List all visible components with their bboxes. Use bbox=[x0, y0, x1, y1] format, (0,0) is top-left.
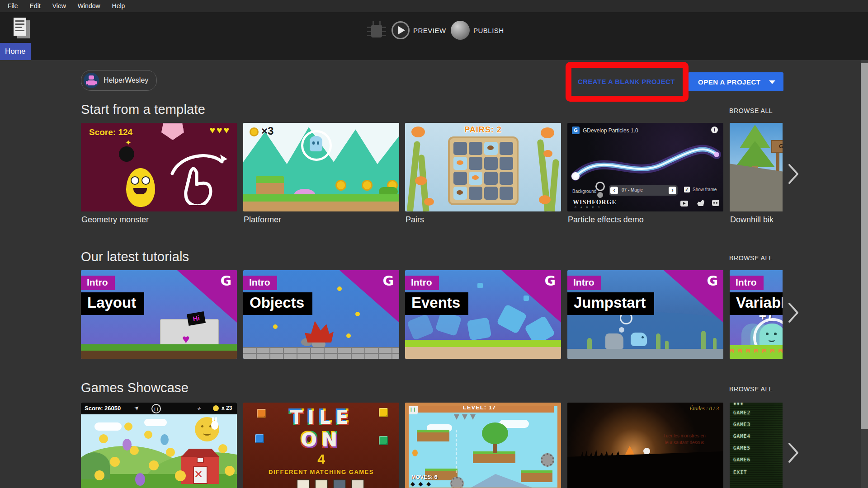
easter-egg bbox=[160, 434, 169, 445]
twitter-icon[interactable] bbox=[697, 200, 704, 206]
tile bbox=[255, 434, 264, 443]
selector-value: 07 - Magic bbox=[622, 188, 643, 192]
prev-arrow-icon[interactable]: ‹ bbox=[610, 187, 618, 194]
fish bbox=[411, 127, 425, 137]
particle-swirl bbox=[567, 136, 723, 186]
thumbnail: ×3 bbox=[243, 123, 399, 211]
dirt-strip bbox=[405, 347, 561, 359]
thumbnail: Score: 26050 ➤ ❙❙ ♪ x 23 ✕ bbox=[81, 403, 237, 488]
bubble bbox=[619, 327, 624, 333]
bug-leg bbox=[382, 31, 386, 32]
show-frame-checkbox[interactable]: ✓ bbox=[684, 187, 690, 192]
bug-leg bbox=[367, 31, 371, 32]
debug-icon[interactable] bbox=[367, 20, 386, 41]
grass-strip bbox=[243, 194, 399, 202]
fish bbox=[415, 176, 427, 185]
tutorial-word: Layout bbox=[81, 292, 144, 315]
thumbnail: Score: 124 ♥♥♥ ✦ bbox=[81, 123, 237, 211]
discord-icon[interactable] bbox=[712, 200, 719, 206]
cloud bbox=[144, 419, 167, 426]
youtube-icon[interactable] bbox=[680, 201, 688, 206]
page-line bbox=[15, 30, 24, 31]
create-blank-project-button[interactable]: CREATE A BLANK PROJECT bbox=[578, 75, 675, 88]
publish-button[interactable]: PUBLISH bbox=[451, 21, 504, 40]
hanging-spikes bbox=[454, 414, 476, 420]
browse-all-showcase[interactable]: BROWSE ALL bbox=[729, 385, 773, 393]
tutorial-word: Objects bbox=[243, 292, 312, 315]
hearts: ♥♥♥ bbox=[210, 125, 231, 136]
menu-window[interactable]: Window bbox=[72, 0, 106, 12]
chick bbox=[94, 470, 104, 480]
thumbnail: G Intro Objects bbox=[243, 270, 399, 359]
robot bbox=[496, 304, 527, 334]
carousel-next-showcase[interactable] bbox=[788, 442, 799, 464]
pentagon-shape bbox=[161, 123, 184, 140]
browse-all-tutorials[interactable]: BROWSE ALL bbox=[729, 254, 773, 262]
dirt-strip bbox=[243, 202, 399, 211]
spike-wheel bbox=[450, 477, 464, 488]
intro-badge: Intro bbox=[730, 276, 764, 290]
avatar bbox=[84, 73, 99, 88]
fish-character bbox=[631, 333, 647, 346]
carousel-next-tutorials[interactable] bbox=[788, 302, 799, 324]
chick bbox=[110, 457, 120, 467]
bug-antenna bbox=[373, 21, 374, 25]
gdevelop-logo: G bbox=[382, 273, 394, 289]
effect-selector[interactable]: ‹ 07 - Magic › bbox=[609, 185, 678, 196]
chick bbox=[99, 434, 108, 443]
bug-leg bbox=[367, 27, 371, 28]
tutorial-word: Events bbox=[405, 292, 468, 315]
browse-all-templates[interactable]: BROWSE ALL bbox=[729, 107, 773, 114]
bug-antenna bbox=[379, 21, 381, 25]
page-front-shape bbox=[14, 18, 26, 36]
preview-button[interactable]: PREVIEW bbox=[392, 21, 446, 39]
fish bbox=[539, 195, 551, 204]
user-profile-chip[interactable]: HelperWesley bbox=[81, 70, 157, 91]
menu-file[interactable]: File bbox=[2, 0, 24, 12]
moves-label: MOVES: 6 bbox=[411, 474, 437, 480]
seaweed bbox=[548, 159, 559, 211]
tutorial-word: Jumpstart bbox=[567, 292, 654, 315]
flame-shape bbox=[305, 321, 334, 343]
demo-title: GDevelop Particles 1.0 bbox=[583, 127, 638, 134]
gdevelop-logo: G bbox=[544, 273, 556, 289]
scrollbar-thumb[interactable] bbox=[861, 63, 868, 429]
robot bbox=[467, 317, 492, 341]
chick bbox=[149, 460, 159, 470]
grass-strip bbox=[81, 344, 237, 351]
next-arrow-icon[interactable]: › bbox=[669, 187, 676, 194]
open-project-button[interactable]: OPEN A PROJECT bbox=[688, 72, 783, 91]
page-line bbox=[15, 27, 22, 28]
tree-crown bbox=[482, 422, 508, 444]
card-title: Pairs bbox=[406, 215, 424, 225]
bug-leg bbox=[382, 35, 386, 36]
balloon bbox=[412, 450, 418, 456]
coin bbox=[362, 180, 373, 191]
guide-line bbox=[456, 430, 457, 473]
menu-edit[interactable]: Edit bbox=[24, 0, 47, 12]
menu-view[interactable]: View bbox=[47, 0, 72, 12]
bug-body-shape bbox=[371, 25, 382, 38]
pause-button[interactable]: ❙❙ bbox=[408, 404, 418, 414]
radio-filled[interactable] bbox=[597, 192, 603, 198]
section-title-templates: Start from a template bbox=[81, 102, 205, 117]
tab-home[interactable]: Home bbox=[0, 43, 31, 60]
thumbnail: Étoiles : 0 / 3 Tuer les monstres en leu… bbox=[567, 403, 723, 488]
chick bbox=[218, 444, 227, 453]
grass-strip bbox=[405, 340, 561, 347]
score-label: Score: 124 bbox=[89, 127, 132, 137]
radio-outline[interactable] bbox=[595, 182, 605, 191]
bee bbox=[273, 324, 278, 329]
menu-bar: File Edit View Window Help bbox=[0, 0, 868, 12]
templates-row: Score: 124 ♥♥♥ ✦ Geometry monster ×3 bbox=[81, 123, 783, 230]
caret-down-icon[interactable] bbox=[769, 80, 775, 84]
menu-row: EXIT bbox=[733, 469, 747, 475]
carousel-next-templates[interactable] bbox=[788, 163, 799, 185]
project-manager-icon[interactable] bbox=[14, 18, 31, 40]
bunny bbox=[211, 421, 218, 430]
small-robot bbox=[477, 283, 483, 288]
ghost-ball bbox=[643, 448, 650, 455]
tree-bottom bbox=[735, 141, 775, 167]
menu-help[interactable]: Help bbox=[106, 0, 131, 12]
page-line bbox=[15, 20, 24, 22]
